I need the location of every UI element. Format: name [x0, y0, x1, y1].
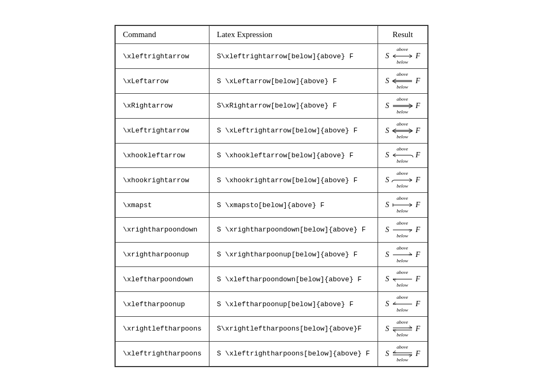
- right-letter: F: [416, 176, 421, 184]
- latex-cell: S \xrightharpoondown[below]{above} F: [209, 217, 378, 242]
- above-text: above: [397, 171, 408, 176]
- result-cell: S above below F: [378, 267, 428, 292]
- below-text: below: [397, 308, 408, 313]
- arrow-label: above below: [391, 295, 414, 313]
- left-letter: S: [386, 226, 389, 234]
- result-cell: S above below F: [378, 317, 428, 342]
- command-cell: \xRightarrow: [115, 93, 209, 118]
- table-row: \xleftharpoondownS \xleftharpoondown[bel…: [115, 267, 427, 292]
- left-letter: S: [386, 251, 389, 259]
- arrow-label: above below: [391, 221, 414, 239]
- command-cell: \xmapst: [115, 193, 209, 218]
- latex-cell: S \xrightharpoonup[below]{above} F: [209, 242, 378, 267]
- below-text: below: [397, 209, 408, 214]
- latex-cell: S\xRightarrow[below]{above} F: [209, 93, 378, 118]
- table-row: \xrightharpoonupS \xrightharpoonup[below…: [115, 242, 427, 267]
- arrow-label: above below: [391, 72, 414, 90]
- below-text: below: [397, 259, 408, 264]
- command-cell: \xrightleftharpoons: [115, 317, 209, 342]
- table-header-row: Command Latex Expression Result: [115, 26, 427, 44]
- result-expression: S above below F: [386, 97, 421, 115]
- result-expression: S above below F: [386, 47, 421, 65]
- below-text: below: [397, 333, 408, 338]
- right-letter: F: [416, 102, 421, 110]
- left-letter: S: [386, 300, 389, 308]
- right-letter: F: [416, 325, 421, 333]
- above-text: above: [397, 196, 408, 201]
- result-expression: S above below F: [386, 196, 421, 214]
- arrow-label: above below: [391, 97, 414, 115]
- table-row: \xleftrightarrowS\xleftrightarrow[below]…: [115, 44, 427, 69]
- right-letter: F: [416, 226, 421, 234]
- latex-cell: S \xhookrightarrow[below]{above} F: [209, 168, 378, 193]
- below-text: below: [397, 60, 408, 65]
- header-latex: Latex Expression: [209, 26, 378, 44]
- result-expression: S above below F: [386, 122, 421, 140]
- arrow-label: above below: [391, 270, 414, 288]
- above-text: above: [397, 122, 408, 127]
- left-letter: S: [386, 350, 389, 358]
- latex-cell: S \xmapsto[below]{above} F: [209, 193, 378, 218]
- command-cell: \xLeftrightarrow: [115, 118, 209, 143]
- left-letter: S: [386, 102, 389, 110]
- above-text: above: [397, 47, 408, 52]
- below-text: below: [397, 358, 408, 363]
- result-cell: S above below F: [378, 69, 428, 94]
- latex-cell: S \xleftharpoondown[below]{above} F: [209, 267, 378, 292]
- right-letter: F: [416, 127, 421, 135]
- result-cell: S above below F: [378, 168, 428, 193]
- header-result: Result: [378, 26, 428, 44]
- arrow-label: above below: [391, 171, 414, 189]
- left-letter: S: [386, 77, 389, 85]
- above-text: above: [397, 345, 408, 350]
- result-expression: S above below F: [386, 320, 421, 338]
- above-text: above: [397, 320, 408, 325]
- result-expression: S above below F: [386, 72, 421, 90]
- above-text: above: [397, 72, 408, 77]
- latex-cell: S\xrightleftharpoons[below]{above}F: [209, 317, 378, 342]
- result-expression: S above below F: [386, 295, 421, 313]
- result-expression: S above below F: [386, 345, 421, 363]
- command-cell: \xhookrightarrow: [115, 168, 209, 193]
- left-letter: S: [386, 201, 389, 209]
- latex-cell: S\xleftrightarrow[below]{above} F: [209, 44, 378, 69]
- left-letter: S: [386, 275, 389, 283]
- below-text: below: [397, 135, 408, 140]
- arrow-label: above below: [391, 122, 414, 140]
- command-cell: \xleftrightarrow: [115, 44, 209, 69]
- command-cell: \xrightharpoondown: [115, 217, 209, 242]
- right-letter: F: [416, 275, 421, 283]
- result-cell: S above below F: [378, 93, 428, 118]
- below-text: below: [397, 159, 408, 164]
- command-cell: \xleftharpoonup: [115, 292, 209, 317]
- command-cell: \xleftrightharpoons: [115, 341, 209, 366]
- table-row: \xLeftarrowS \xLeftarrow[below]{above} F…: [115, 69, 427, 94]
- left-letter: S: [386, 325, 389, 333]
- above-text: above: [397, 221, 408, 226]
- arrow-label: above below: [391, 47, 414, 65]
- command-cell: \xrightharpoonup: [115, 242, 209, 267]
- above-text: above: [397, 295, 408, 300]
- below-text: below: [397, 184, 408, 189]
- right-letter: F: [416, 300, 421, 308]
- table-row: \xRightarrowS\xRightarrow[below]{above} …: [115, 93, 427, 118]
- latex-cell: S \xleftharpoonup[below]{above} F: [209, 292, 378, 317]
- below-text: below: [397, 85, 408, 90]
- arrow-label: above below: [391, 196, 414, 214]
- command-cell: \xleftharpoondown: [115, 267, 209, 292]
- result-cell: S above below F: [378, 292, 428, 317]
- result-cell: S above below F: [378, 242, 428, 267]
- right-letter: F: [416, 251, 421, 259]
- table-row: \xleftharpoonupS \xleftharpoonup[below]{…: [115, 292, 427, 317]
- result-cell: S above below F: [378, 217, 428, 242]
- right-letter: F: [416, 77, 421, 85]
- table-row: \xrightharpoondownS \xrightharpoondown[b…: [115, 217, 427, 242]
- latex-cell: S \xhookleftarrow[below]{above} F: [209, 143, 378, 168]
- command-cell: \xLeftarrow: [115, 69, 209, 94]
- below-text: below: [397, 234, 408, 239]
- result-expression: S above below F: [386, 147, 421, 165]
- result-expression: S above below F: [386, 270, 421, 288]
- table-row: \xhookrightarrowS \xhookrightarrow[below…: [115, 168, 427, 193]
- command-cell: \xhookleftarrow: [115, 143, 209, 168]
- result-cell: S above below F: [378, 44, 428, 69]
